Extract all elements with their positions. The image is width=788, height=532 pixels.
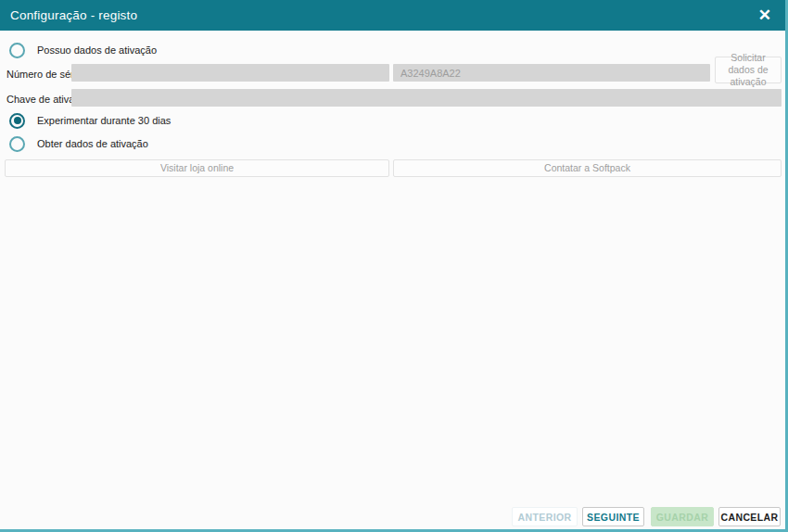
seguinte-button[interactable]: SEGUINTE <box>582 507 644 526</box>
cancelar-button[interactable]: CANCELAR <box>718 507 781 526</box>
radio-trial-30-days[interactable]: Experimentar durante 30 dias <box>9 112 171 129</box>
radio-unselected-icon <box>9 136 25 152</box>
anterior-button[interactable]: ANTERIOR <box>512 507 578 526</box>
close-icon[interactable]: ✕ <box>755 6 775 25</box>
serial-number-input-1[interactable] <box>71 64 389 82</box>
contact-softpack-button[interactable]: Contatar a Softpack <box>393 159 782 177</box>
radio-trial-30-days-label: Experimentar durante 30 dias <box>37 115 171 126</box>
radio-have-activation-data[interactable]: Possuo dados de ativação <box>9 42 157 58</box>
configuration-dialog: Configuração - registo ✕ Possuo dados de… <box>0 0 788 532</box>
radio-selected-icon <box>9 113 25 129</box>
activation-key-input[interactable] <box>71 89 782 107</box>
radio-obtain-activation-data[interactable]: Obter dados de ativação <box>9 135 148 152</box>
dialog-title: Configuração - registo <box>10 8 137 22</box>
guardar-button[interactable]: GUARDAR <box>651 507 714 526</box>
serial-number-input-2[interactable] <box>393 64 710 82</box>
radio-unselected-icon <box>9 43 25 58</box>
radio-have-activation-data-label: Possuo dados de ativação <box>37 44 157 56</box>
radio-obtain-activation-data-label: Obter dados de ativação <box>37 138 148 149</box>
visit-online-store-button[interactable]: Visitar loja online <box>5 159 389 177</box>
titlebar: Configuração - registo ✕ <box>0 0 788 31</box>
request-activation-data-button[interactable]: Solicitar dados de ativação <box>715 57 782 83</box>
